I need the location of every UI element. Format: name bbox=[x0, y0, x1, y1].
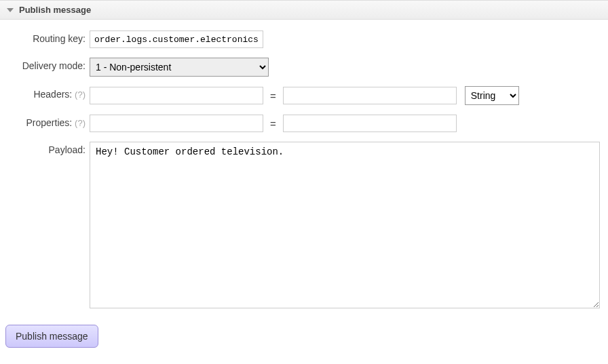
section-header[interactable]: Publish message bbox=[0, 0, 608, 20]
equals-sign: = bbox=[263, 90, 283, 102]
routing-key-label: Routing key: bbox=[3, 31, 90, 44]
payload-label: Payload: bbox=[3, 142, 90, 155]
properties-label-text: Properties: bbox=[26, 117, 73, 128]
collapse-arrow-icon bbox=[7, 8, 14, 12]
headers-key-input[interactable] bbox=[90, 87, 263, 104]
properties-label: Properties: (?) bbox=[3, 115, 90, 128]
headers-type-select[interactable]: String bbox=[465, 86, 519, 105]
routing-key-input[interactable] bbox=[90, 31, 263, 48]
headers-value-input[interactable] bbox=[283, 87, 457, 104]
properties-value-input[interactable] bbox=[283, 115, 457, 132]
headers-label: Headers: (?) bbox=[3, 86, 90, 100]
properties-kv: = bbox=[90, 115, 457, 132]
headers-row: Headers: (?) = String bbox=[3, 86, 605, 105]
properties-help-icon[interactable]: (?) bbox=[75, 118, 86, 128]
properties-row: Properties: (?) = bbox=[3, 115, 605, 132]
publish-form: Routing key: Delivery mode: 1 - Non-pers… bbox=[0, 20, 608, 357]
routing-key-row: Routing key: bbox=[3, 31, 605, 48]
headers-kv: = String bbox=[90, 86, 519, 105]
payload-textarea[interactable] bbox=[90, 142, 600, 308]
payload-row: Payload: bbox=[3, 142, 605, 308]
delivery-mode-select[interactable]: 1 - Non-persistent bbox=[90, 58, 269, 77]
headers-label-text: Headers: bbox=[33, 89, 72, 100]
equals-sign: = bbox=[263, 118, 283, 129]
properties-key-input[interactable] bbox=[90, 115, 263, 132]
delivery-mode-row: Delivery mode: 1 - Non-persistent bbox=[3, 58, 605, 77]
headers-help-icon[interactable]: (?) bbox=[75, 89, 86, 100]
section-title: Publish message bbox=[19, 5, 91, 15]
delivery-mode-label: Delivery mode: bbox=[3, 58, 90, 71]
publish-message-button[interactable]: Publish message bbox=[5, 325, 98, 348]
